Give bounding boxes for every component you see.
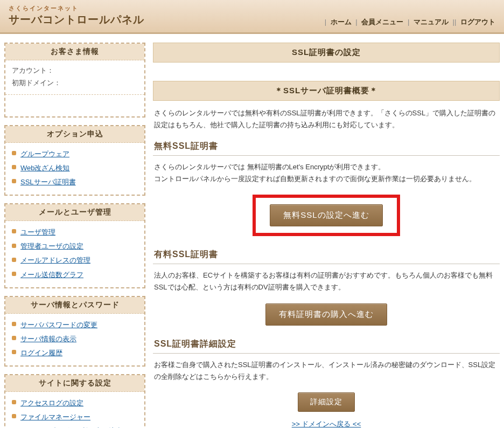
panel-extra-area [5, 94, 144, 116]
overview-title: ＊SSLサーバ証明書概要＊ [153, 81, 500, 101]
sidebar-link-groupware[interactable]: グループウェア [20, 150, 69, 158]
sidebar-link-server-info[interactable]: サーバ情報の表示 [20, 335, 76, 343]
sidebar-link-login-history[interactable]: ログイン履歴 [20, 349, 62, 357]
panel-title: お客さま情報 [5, 44, 144, 60]
free-ssl-button[interactable]: 無料SSLの設定へ進む [270, 204, 382, 226]
list-item: Web改ざん検知 [12, 161, 139, 175]
list-item: さくらのブログ (ご利用上の注意) [12, 424, 139, 428]
panel-title: サーバ情報とパスワード [5, 297, 144, 314]
panel-body: アカウント： 初期ドメイン： [5, 60, 144, 94]
section-heading-ssl-detail: SSL証明書詳細設定 [153, 329, 500, 354]
ssl-detail-button[interactable]: 詳細設定 [298, 392, 355, 412]
panel-title: オプション申込 [5, 126, 144, 143]
list-item: メール送信数グラフ [12, 268, 139, 282]
list-item: サーバ情報の表示 [12, 332, 139, 346]
account-label: アカウント： [12, 67, 54, 74]
nav-logout[interactable]: ログアウト [460, 18, 495, 26]
sidebar-link-mail-graph[interactable]: メール送信数グラフ [20, 271, 83, 279]
brand-block: さくらインターネット サーバコントロールパネル [9, 4, 144, 27]
nav-member[interactable]: 会員メニュー [361, 18, 403, 26]
free-ssl-desc-2: コントロールパネルから一度設定すれば自動更新されますので面倒な更新作業は一切必要… [154, 175, 476, 183]
list-item: ユーザ管理 [12, 225, 139, 239]
nav-manual[interactable]: マニュアル [414, 18, 449, 26]
panel-customer-info: お客さま情報 アカウント： 初期ドメイン： [4, 43, 145, 118]
ssl-detail-desc: お客様ご自身で購入されたSSL証明書のインストール、インストール済みの秘密鍵のダ… [154, 359, 499, 383]
panel-title: サイトに関する設定 [5, 375, 144, 392]
sidebar-link-filemanager[interactable]: ファイルマネージャー [20, 413, 90, 421]
free-ssl-desc: さくらのレンタルサーバでは 無料証明書のLet's Encryptが利用できます… [154, 161, 499, 185]
back-to-domain-link[interactable]: >> ドメインへ戻る << [292, 420, 361, 428]
paid-ssl-desc: 法人のお客様、ECサイトを構築するお客様は有料の証明書がおすすめです。もちろん個… [154, 270, 499, 293]
free-ssl-desc-1: さくらのレンタルサーバでは 無料証明書のLet's Encryptが利用できます… [154, 163, 385, 171]
brand-subtitle: さくらインターネット [9, 4, 144, 12]
nav-separator: | [408, 18, 409, 26]
sidebar-link-user-mgmt[interactable]: ユーザ管理 [20, 228, 55, 236]
link-list: アクセスログの設定 ファイルマネージャー さくらのブログ (ご利用上の注意) ド… [12, 396, 139, 428]
sidebar-link-admin-user[interactable]: 管理者ユーザの設定 [20, 242, 83, 250]
overview-desc: さくらのレンタルサーバでは無料や有料のSSL証明書が利用できます。「さくらのSS… [154, 107, 499, 131]
list-item: ファイルマネージャー [12, 410, 139, 424]
account-row: アカウント： [12, 65, 139, 77]
link-list: サーバパスワードの変更 サーバ情報の表示 ログイン履歴 [12, 318, 139, 360]
header-bar: さくらインターネット サーバコントロールパネル | ホーム | 会員メニュー |… [0, 0, 504, 34]
domain-label: 初期ドメイン： [12, 79, 61, 87]
brand-title: サーバコントロールパネル [9, 12, 144, 27]
panel-site-settings: サイトに関する設定 アクセスログの設定 ファイルマネージャー さくらのブログ (… [4, 374, 145, 428]
list-item: メールアドレスの管理 [12, 253, 139, 267]
panel-title: メールとユーザ管理 [5, 204, 144, 221]
sidebar: お客さま情報 アカウント： 初期ドメイン： オプション申込 [4, 43, 145, 428]
domain-row: 初期ドメイン： [12, 77, 139, 89]
page-title: SSL証明書の設定 [153, 43, 500, 63]
list-item: サーバパスワードの変更 [12, 318, 139, 332]
sidebar-link-sslcert[interactable]: SSLサーバ証明書 [20, 178, 76, 186]
link-list: グループウェア Web改ざん検知 SSLサーバ証明書 [12, 147, 139, 189]
nav-home[interactable]: ホーム [331, 18, 352, 26]
paid-ssl-button[interactable]: 有料証明書の購入へ進む [265, 303, 387, 326]
main-content: SSL証明書の設定 ＊SSLサーバ証明書概要＊ さくらのレンタルサーバでは無料や… [153, 43, 500, 428]
nav-separator: | [325, 18, 326, 26]
panel-option: オプション申込 グループウェア Web改ざん検知 SSLサーバ証明書 [4, 125, 145, 196]
nav-separator: || [453, 18, 457, 26]
sidebar-link-pw-change[interactable]: サーバパスワードの変更 [20, 321, 97, 329]
sidebar-link-mail-addr[interactable]: メールアドレスの管理 [20, 256, 90, 264]
highlight-box: 無料SSLの設定へ進む [253, 195, 400, 236]
list-item: SSLサーバ証明書 [12, 175, 139, 189]
panel-mail-user: メールとユーザ管理 ユーザ管理 管理者ユーザの設定 メールアドレスの管理 メール… [4, 203, 145, 288]
sidebar-link-accesslog[interactable]: アクセスログの設定 [20, 399, 83, 407]
list-item: ログイン履歴 [12, 346, 139, 360]
sidebar-link-tamper[interactable]: Web改ざん検知 [20, 164, 70, 172]
top-nav: | ホーム | 会員メニュー | マニュアル || ログアウト [323, 17, 495, 27]
list-item: アクセスログの設定 [12, 396, 139, 410]
section-heading-paid-ssl: 有料SSL証明書 [153, 239, 500, 264]
section-heading-free-ssl: 無料SSL証明書 [153, 131, 500, 156]
nav-separator: | [355, 18, 357, 26]
panel-server-pw: サーバ情報とパスワード サーバパスワードの変更 サーバ情報の表示 ログイン履歴 [4, 296, 145, 367]
list-item: 管理者ユーザの設定 [12, 239, 139, 253]
list-item: グループウェア [12, 147, 139, 161]
link-list: ユーザ管理 管理者ユーザの設定 メールアドレスの管理 メール送信数グラフ [12, 225, 139, 281]
